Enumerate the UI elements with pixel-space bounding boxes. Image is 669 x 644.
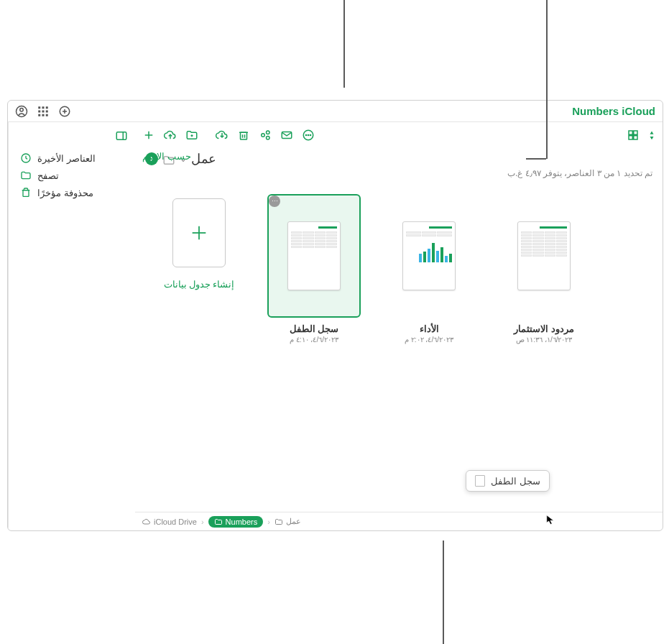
sidebar-item-recent[interactable]: العناصر الأخيرة [16, 150, 128, 167]
svg-rect-10 [42, 114, 45, 116]
sort-by-name[interactable]: حسب الاسم [142, 151, 191, 162]
svg-marker-43 [547, 515, 554, 525]
content-area: حسب الاسم عمل ⌄ تم تحديد ١ من ٣ العناصر،… [135, 122, 663, 530]
svg-rect-6 [38, 110, 40, 112]
svg-rect-30 [241, 132, 247, 139]
svg-rect-20 [629, 136, 632, 139]
new-plus-icon[interactable] [142, 129, 155, 142]
svg-point-39 [308, 134, 308, 135]
svg-point-34 [267, 131, 270, 134]
toolbar [135, 122, 663, 145]
callout-line-1 [343, 0, 345, 88]
file-title: مردود الاستثمار [514, 323, 573, 334]
drag-label: سجل الطفل [491, 476, 540, 487]
upload-cloud-icon[interactable] [164, 129, 177, 142]
more-icon[interactable] [302, 129, 315, 142]
svg-rect-5 [46, 106, 48, 109]
new-spreadsheet-tile[interactable]: إنشاء جدول بيانات [152, 194, 246, 344]
sidebar-recent-label: العناصر الأخيرة [37, 153, 96, 164]
crumb-leaf[interactable]: عمل [274, 517, 301, 526]
clock-icon [20, 152, 32, 164]
file-title: الأداء [420, 323, 439, 334]
cursor-icon [546, 515, 555, 526]
status-text: تم تحديد ١ من ٣ العناصر، يتوفر ٤٫٩٧ غ.ب [135, 168, 663, 184]
sort-toggle-icon[interactable] [648, 129, 655, 142]
crumb-sep: ‹ [201, 518, 204, 526]
cloud-icon [142, 518, 151, 526]
title-bar: Numbers iCloud [8, 101, 663, 122]
more-dot-icon[interactable]: ⋯ [269, 196, 280, 207]
svg-rect-17 [23, 190, 29, 197]
file-date: ٤/٦/٢٠٢٣، ٢:٠٢ م [405, 336, 453, 344]
file-card-selected[interactable]: ⋯ [267, 194, 361, 344]
file-thumb [402, 221, 456, 290]
file-title: سجل الطفل [290, 323, 338, 334]
callout-line-2 [546, 0, 548, 89]
svg-rect-9 [38, 114, 40, 116]
app-window: Numbers iCloud [7, 100, 663, 531]
file-thumb [517, 221, 571, 290]
sidebar-toggle-icon[interactable] [115, 129, 128, 142]
document-small-icon [475, 475, 485, 487]
sidebar-item-browse[interactable]: تصفح [16, 167, 128, 184]
grid-apps-icon[interactable] [37, 105, 50, 118]
svg-point-38 [305, 134, 306, 135]
sidebar: العناصر الأخيرة تصفح محذوفة مؤخرًا [8, 122, 135, 530]
callout-line-2b [526, 158, 546, 160]
breadcrumb: iCloud Drive ‹ Numbers ‹ عمل [135, 512, 663, 530]
file-card[interactable]: مردود الاستثمار ١/٦/٢٠٢٣، ١١:٣٦ ص [497, 194, 591, 344]
callout-line-2c [546, 89, 548, 159]
sidebar-browse-label: تصفح [37, 170, 59, 181]
crumb-numbers[interactable]: Numbers [208, 516, 264, 528]
svg-rect-7 [42, 110, 45, 112]
svg-rect-21 [634, 136, 637, 139]
trash-icon [20, 187, 32, 198]
svg-rect-14 [116, 132, 126, 140]
file-grid: إنشاء جدول بيانات ⋯ [135, 184, 663, 354]
svg-point-33 [262, 134, 265, 137]
new-tile-label: إنشاء جدول بيانات [164, 279, 235, 290]
download-cloud-icon[interactable] [216, 129, 229, 142]
new-folder-icon[interactable] [185, 129, 198, 142]
folder-header: عمل ⌄ [135, 145, 663, 168]
share-icon[interactable] [259, 129, 272, 142]
svg-rect-8 [46, 110, 48, 112]
folder-small-icon [274, 518, 283, 526]
sidebar-deleted-label: محذوفة مؤخرًا [37, 188, 93, 198]
file-date: ١/٦/٢٠٢٣، ١١:٣٦ ص [516, 336, 573, 344]
svg-point-35 [267, 137, 270, 140]
sidebar-item-deleted[interactable]: محذوفة مؤخرًا [16, 184, 128, 201]
crumb-sep: ‹ [267, 518, 270, 526]
svg-marker-22 [650, 131, 654, 134]
svg-point-13 [20, 108, 24, 111]
crumb-root[interactable]: iCloud Drive [142, 518, 197, 526]
plus-tile[interactable] [172, 198, 226, 267]
file-thumb [287, 221, 341, 290]
view-grid-icon[interactable] [627, 129, 640, 142]
drag-preview: سجل الطفل [466, 470, 550, 492]
folder-icon [20, 170, 32, 181]
add-circle-icon[interactable] [58, 105, 71, 118]
delete-icon[interactable] [237, 129, 250, 142]
file-date: ٤/٦/٢٠٢٣، ٤:١٠ م [290, 336, 338, 344]
user-circle-icon[interactable] [15, 105, 28, 118]
svg-rect-18 [629, 131, 632, 134]
file-card[interactable]: الأداء ٤/٦/٢٠٢٣، ٢:٠٢ م [382, 194, 476, 344]
svg-rect-3 [38, 106, 40, 109]
svg-rect-4 [42, 106, 45, 109]
app-title: Numbers iCloud [572, 105, 655, 117]
svg-point-40 [310, 134, 310, 135]
svg-rect-19 [634, 131, 637, 134]
folder-small-icon [214, 518, 223, 526]
mail-icon[interactable] [280, 129, 293, 142]
callout-line-3 [443, 540, 444, 644]
svg-marker-23 [650, 137, 654, 139]
svg-rect-11 [46, 114, 48, 116]
